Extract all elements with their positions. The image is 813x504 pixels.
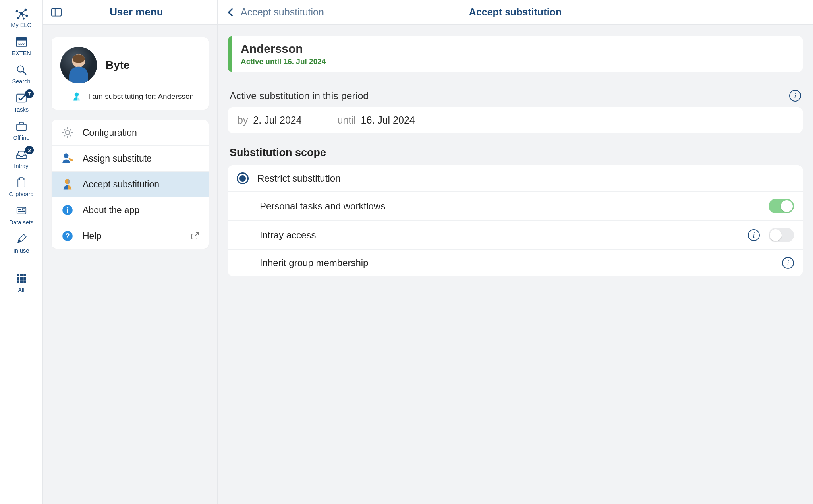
scope-card: Restrict substitution Personal tasks and…: [228, 165, 803, 276]
back-button[interactable]: [226, 7, 236, 17]
svg-rect-30: [17, 280, 19, 283]
menu-configuration[interactable]: Configuration: [52, 120, 209, 146]
user-menu-title: User menu: [63, 6, 210, 18]
rail-offline[interactable]: Offline: [0, 115, 42, 143]
profile-name: Byte: [106, 59, 130, 71]
svg-point-1: [15, 10, 18, 12]
info-icon[interactable]: i: [782, 257, 794, 269]
svg-rect-32: [23, 280, 26, 283]
rail-tasks[interactable]: 7 Tasks: [0, 87, 42, 115]
breadcrumb-current: Accept substitution: [469, 6, 562, 18]
status-stripe: [228, 36, 232, 72]
svg-rect-12: [16, 38, 27, 41]
restrict-label: Restrict substitution: [257, 173, 794, 184]
breadcrumb-previous[interactable]: Accept substitution: [241, 6, 324, 18]
intray-access-toggle[interactable]: [769, 228, 794, 242]
rail-label: In use: [14, 247, 29, 254]
svg-rect-27: [17, 277, 19, 280]
menu-accept-substitution[interactable]: Accept substitution: [52, 172, 209, 197]
svg-line-9: [18, 14, 21, 18]
personal-tasks-toggle[interactable]: [769, 199, 794, 213]
menu-label: Assign substitute: [83, 153, 152, 164]
user-wrench-icon: [60, 151, 75, 166]
svg-point-49: [67, 207, 68, 209]
period-from: by 2. Jul 2024: [238, 114, 302, 126]
avatar: [60, 47, 97, 83]
period-card: by 2. Jul 2024 until 16. Jul 2024: [228, 107, 803, 133]
info-icon[interactable]: i: [789, 90, 801, 102]
period-until-value: 16. Jul 2024: [361, 114, 415, 126]
briefcase-icon: [14, 119, 29, 133]
scope-restrict-row[interactable]: Restrict substitution: [228, 165, 803, 192]
period-from-value: 2. Jul 2024: [253, 114, 301, 126]
period-until: until 16. Jul 2024: [338, 114, 415, 126]
menu-about-app[interactable]: About the app: [52, 197, 209, 223]
scope-heading: Substitution scope: [230, 147, 801, 159]
svg-rect-22: [22, 209, 25, 210]
menu-label: Help: [83, 231, 101, 241]
rail-clipboard[interactable]: Clipboard: [0, 172, 42, 200]
menu-help[interactable]: ? Help: [52, 223, 209, 249]
rail-all[interactable]: All: [0, 267, 42, 295]
svg-point-37: [66, 131, 70, 135]
option-label: Personal tasks and workflows: [260, 201, 760, 212]
user-split-icon: [60, 177, 75, 191]
profile-card: Byte I am substituting for: Andersson: [52, 37, 209, 110]
rail-exten[interactable]: ELO EXTEN: [0, 31, 42, 59]
option-label: Inherit group membership: [260, 257, 773, 268]
detail-header: Accept substitution Accept substitution: [218, 0, 813, 25]
tasks-badge: 7: [25, 89, 34, 98]
option-label: Intray access: [260, 230, 739, 241]
svg-line-45: [64, 135, 65, 136]
calendar-icon: ELO: [14, 35, 29, 49]
rail-datasets[interactable]: Data sets: [0, 200, 42, 228]
rail-label: Offline: [13, 135, 30, 141]
info-solid-icon: [60, 203, 75, 217]
grid-icon: [14, 271, 29, 286]
svg-rect-50: [67, 209, 68, 213]
period-heading: Active substitution in this period: [230, 90, 369, 102]
period-from-label: by: [238, 114, 248, 126]
network-icon: [14, 6, 29, 21]
svg-text:ELO: ELO: [18, 42, 25, 46]
svg-text:?: ?: [66, 232, 70, 240]
svg-point-3: [25, 15, 28, 17]
question-solid-icon: ?: [60, 229, 75, 243]
gear-icon: [60, 126, 75, 140]
rail-label: Intray: [14, 163, 28, 169]
rail-search[interactable]: Search: [0, 59, 42, 87]
svg-rect-24: [17, 274, 19, 276]
svg-rect-26: [23, 274, 26, 276]
substitution-card[interactable]: Andersson Active until 16. Jul 2024: [228, 36, 803, 72]
sidebar-toggle-icon[interactable]: [50, 6, 63, 19]
restrict-radio[interactable]: [237, 172, 249, 184]
svg-point-47: [71, 159, 73, 161]
search-icon: [14, 63, 29, 77]
user-menu-list: Configuration Assign substitute Accept s…: [52, 120, 209, 249]
info-icon[interactable]: i: [748, 229, 760, 241]
svg-rect-25: [20, 274, 23, 276]
rail-intray[interactable]: 2 Intray: [0, 143, 42, 172]
scope-intray-row: Intray access i: [228, 221, 803, 250]
menu-label: About the app: [83, 205, 139, 216]
rail-label: Clipboard: [9, 191, 33, 197]
rail-label: Search: [12, 78, 31, 85]
user-menu-header: User menu: [43, 0, 217, 25]
menu-assign-substitute[interactable]: Assign substitute: [52, 146, 209, 172]
rail-label: Data sets: [9, 219, 33, 226]
svg-rect-31: [20, 280, 23, 283]
person-sub-icon: [71, 91, 82, 102]
intray-badge: 2: [25, 146, 34, 154]
svg-rect-33: [52, 8, 61, 16]
substituting-label: I am substituting for: Andersson: [88, 92, 194, 101]
svg-rect-29: [23, 277, 26, 280]
scope-inherit-row: Inherit group membership i: [228, 250, 803, 276]
rail-label: Tasks: [14, 106, 29, 113]
rail-inuse[interactable]: In use: [0, 228, 42, 256]
substitution-name: Andersson: [241, 42, 326, 56]
substituting-row: I am substituting for: Andersson: [60, 91, 200, 102]
form-icon: [14, 204, 29, 218]
rail-my-elo[interactable]: My ELO: [0, 2, 42, 31]
svg-line-7: [21, 10, 25, 14]
user-menu-panel: User menu Byte I am substituting for: An…: [43, 0, 218, 504]
